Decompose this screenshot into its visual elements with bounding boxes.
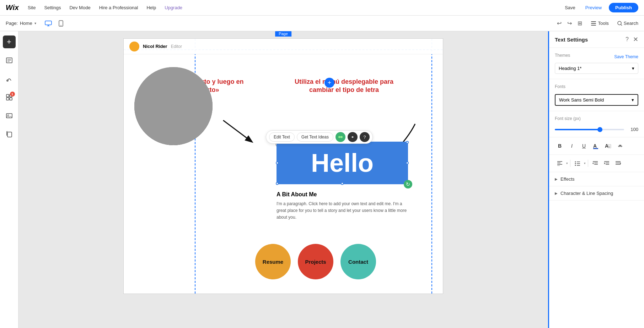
svg-rect-6 xyxy=(591,21,596,22)
page-selector-chevron: ▾ xyxy=(34,21,36,25)
font-size-slider-row: 100 xyxy=(555,127,638,132)
indent-decrease-button[interactable] xyxy=(590,158,600,168)
effects-arrow: ▶ xyxy=(555,177,558,181)
nav-help[interactable]: Help xyxy=(146,4,157,12)
contact-button[interactable]: Contact xyxy=(340,244,376,279)
canvas-inner: Page + Nicol Rider Editor Haz clic en el… xyxy=(123,38,443,294)
font-value: Work Sans Semi Bold xyxy=(559,97,604,103)
resume-button[interactable]: Resume xyxy=(255,244,291,279)
svg-text:A: A xyxy=(593,143,597,149)
font-size-slider[interactable] xyxy=(555,129,624,130)
themes-row: Themes Save Theme xyxy=(555,53,638,61)
fonts-dropdown[interactable]: Work Sans Semi Bold ▾ xyxy=(555,94,638,106)
sidebar-pages-icon[interactable] xyxy=(3,54,16,67)
alignment-toolbar: ▾ ▾ xyxy=(549,155,644,172)
font-size-thumb[interactable] xyxy=(597,127,602,132)
main-layout: + Page + Nic xyxy=(0,31,644,328)
font-size-label: Font size (px) xyxy=(555,116,581,121)
nav-upgrade[interactable]: Upgrade xyxy=(164,4,183,12)
nav-site[interactable]: Site xyxy=(27,4,36,12)
svg-rect-18 xyxy=(6,98,9,100)
zoom-icon[interactable]: ⊞ xyxy=(578,20,582,27)
search-button[interactable]: Search xyxy=(617,21,638,26)
nav-settings[interactable]: Settings xyxy=(43,4,61,12)
indent-increase-button[interactable] xyxy=(602,158,612,168)
right-panel: Text Settings ? ✕ Themes Save Theme Head… xyxy=(548,31,644,328)
panel-header: Text Settings ? ✕ xyxy=(549,31,644,48)
themes-label: Themes xyxy=(555,53,570,58)
projects-button[interactable]: Projects xyxy=(298,244,333,279)
editor-header: Nicol Rider Editor xyxy=(124,39,443,54)
align-divider-2 xyxy=(588,160,588,167)
redo-icon[interactable]: ↪ xyxy=(567,20,572,27)
rtl-button[interactable] xyxy=(613,158,623,168)
underline-button[interactable]: U xyxy=(579,141,589,151)
help-text-icon[interactable]: ? xyxy=(360,132,370,142)
bold-button[interactable]: B xyxy=(555,141,565,151)
list-style-button[interactable] xyxy=(573,158,583,168)
tools-label: Tools xyxy=(598,21,608,26)
left-sidebar: + xyxy=(0,31,18,328)
handle-ml[interactable] xyxy=(276,162,279,164)
panel-help-icon[interactable]: ? xyxy=(626,36,629,43)
svg-rect-7 xyxy=(591,23,596,24)
handle-bl[interactable] xyxy=(276,182,279,185)
font-size-row-header: Font size (px) xyxy=(555,116,638,124)
wix-logo[interactable]: Wix xyxy=(6,4,20,12)
svg-rect-16 xyxy=(6,94,9,97)
device-icons xyxy=(43,18,66,28)
fonts-row: Fonts xyxy=(555,84,638,92)
font-size-value: 100 xyxy=(628,127,638,132)
text-style-button[interactable]: A v xyxy=(603,141,613,151)
italic-button[interactable]: I xyxy=(567,141,577,151)
fonts-section: Fonts Work Sans Semi Bold ▾ xyxy=(549,79,644,111)
desktop-icon[interactable] xyxy=(43,18,53,28)
sidebar-add-icon[interactable]: + xyxy=(3,35,16,48)
link-format-button[interactable] xyxy=(615,141,625,151)
regenerate-icon[interactable]: ↻ xyxy=(404,180,412,188)
panel-header-icons: ? ✕ xyxy=(626,35,638,43)
link-text-icon[interactable] xyxy=(348,132,358,142)
page-name: Home xyxy=(20,21,32,26)
font-size-section: Font size (px) 100 xyxy=(549,111,644,137)
handle-tr[interactable] xyxy=(406,141,409,144)
mobile-icon[interactable] xyxy=(56,18,66,28)
undo-icon[interactable]: ↩ xyxy=(557,20,562,27)
sidebar-media-icon[interactable] xyxy=(3,109,16,122)
char-spacing-arrow: ▶ xyxy=(555,191,558,195)
page-selector[interactable]: Page: Home ▾ xyxy=(6,21,36,26)
svg-line-10 xyxy=(621,24,622,26)
sidebar-apps-icon[interactable] xyxy=(3,91,16,104)
effects-section[interactable]: ▶ Effects xyxy=(549,172,644,186)
sidebar-design-icon[interactable] xyxy=(3,72,16,85)
svg-point-25 xyxy=(338,136,340,138)
panel-close-icon[interactable]: ✕ xyxy=(633,35,638,43)
svg-text:Wix: Wix xyxy=(6,4,19,11)
save-button[interactable]: Save xyxy=(562,4,578,12)
publish-button[interactable]: Publish xyxy=(609,3,638,12)
editor-name: Nicol Rider xyxy=(143,44,167,49)
get-text-ideas-button[interactable]: Get Text Ideas xyxy=(297,132,333,142)
handle-mr[interactable] xyxy=(406,162,409,164)
svg-point-40 xyxy=(575,165,576,166)
align-left-button[interactable] xyxy=(555,158,565,168)
font-size-fill xyxy=(555,129,600,130)
char-spacing-section[interactable]: ▶ Character & Line Spacing xyxy=(549,186,644,201)
text-selection-box[interactable]: Text Hello ↻ xyxy=(277,142,408,184)
svg-point-5 xyxy=(61,25,61,26)
handle-bm[interactable] xyxy=(341,182,344,185)
text-color-button[interactable]: A xyxy=(591,141,601,151)
save-theme-link[interactable]: Save Theme xyxy=(614,54,638,59)
nav-devmode[interactable]: Dev Mode xyxy=(69,4,91,12)
sidebar-blog-icon[interactable] xyxy=(3,128,16,141)
heading-dropdown[interactable]: Heading 1* ▾ xyxy=(555,63,638,74)
wix-ai-icon[interactable] xyxy=(336,132,345,142)
edit-text-button[interactable]: Edit Text xyxy=(269,132,295,142)
add-element-button[interactable]: + xyxy=(324,78,334,88)
list-chevron[interactable]: ▾ xyxy=(584,162,586,165)
tools-button[interactable]: Tools xyxy=(588,19,611,27)
svg-point-36 xyxy=(575,162,576,163)
preview-button[interactable]: Preview xyxy=(583,4,605,12)
nav-hire[interactable]: Hire a Professional xyxy=(98,4,139,12)
align-chevron[interactable]: ▾ xyxy=(566,162,568,165)
